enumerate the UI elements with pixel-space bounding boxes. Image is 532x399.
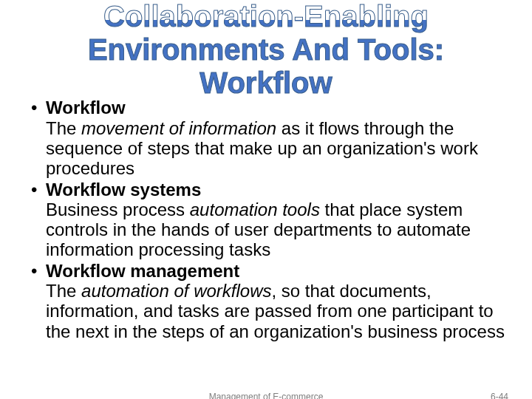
- bullet-term: Workflow systems: [46, 180, 201, 200]
- slide-body: Workflow The movement of information as …: [22, 98, 510, 341]
- bullet-item: Workflow The movement of information as …: [31, 98, 510, 177]
- bullet-def-pre: The: [46, 281, 81, 301]
- bullet-def-ital: automation tools: [190, 200, 320, 219]
- bullet-item: Workflow systems Business process automa…: [31, 180, 510, 259]
- bullet-term: Workflow management: [46, 261, 239, 281]
- bullet-def-ital: automation of workflows: [81, 281, 271, 301]
- bullet-def-ital: movement of information: [81, 118, 276, 138]
- bullet-def-pre: The: [46, 118, 81, 138]
- slide-number: 6-44: [491, 392, 508, 399]
- bullet-def-pre: Business process: [46, 200, 190, 219]
- slide-title: Collaboration-Enabling Environments And …: [22, 0, 510, 99]
- bullet-item: Workflow management The automation of wo…: [31, 261, 510, 341]
- footer-center-text: Management of E-commerce: [209, 392, 324, 399]
- title-text-outline: Collaboration-Enabling Environments And …: [88, 0, 444, 99]
- bullet-term: Workflow: [46, 98, 126, 117]
